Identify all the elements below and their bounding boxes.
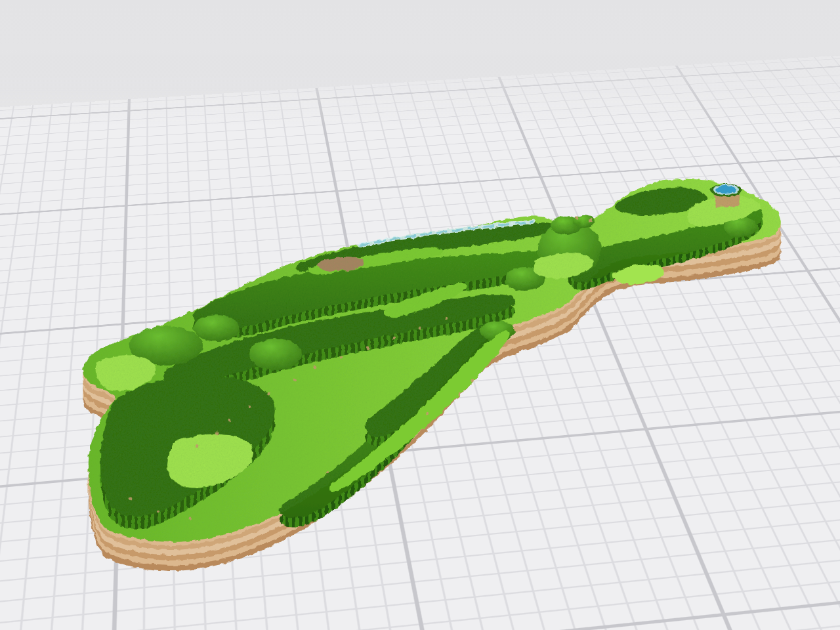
terrain-model[interactable] <box>0 0 840 630</box>
viewport-3d[interactable] <box>0 0 840 630</box>
app-window <box>0 0 840 630</box>
model-foliage-texture <box>75 171 791 551</box>
